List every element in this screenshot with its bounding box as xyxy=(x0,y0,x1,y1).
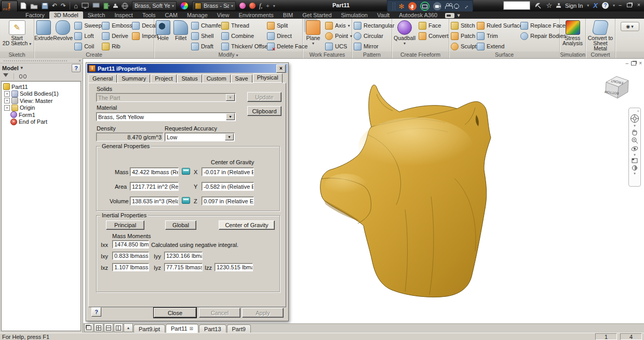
chevron-down-icon[interactable]: ▾ xyxy=(634,124,636,127)
derive-button[interactable]: Derive xyxy=(100,31,130,41)
browser-title[interactable]: Model xyxy=(2,65,19,71)
exit-icon[interactable] xyxy=(103,3,110,9)
sculpt-button[interactable]: Sculpt xyxy=(449,41,475,51)
sign-in-dropdown-icon[interactable]: ▾ xyxy=(587,3,589,8)
help-icon[interactable]: ? xyxy=(602,2,609,9)
stitch-button[interactable]: Stitch xyxy=(449,20,475,31)
tab-cam[interactable]: CAM xyxy=(160,11,182,19)
participants-icon[interactable] xyxy=(445,3,451,9)
trim-button[interactable]: Trim xyxy=(475,31,519,41)
satellite-dish-icon[interactable] xyxy=(534,2,542,9)
tab-project[interactable]: Project xyxy=(151,74,177,83)
new-file-icon[interactable] xyxy=(20,2,26,9)
view-cube[interactable]: FRONT BOTTOM xyxy=(602,72,632,102)
tab-3d-model[interactable]: 3D Model xyxy=(49,11,83,19)
decal-button[interactable]: Decal xyxy=(130,20,156,31)
tab-general[interactable]: General xyxy=(88,74,117,83)
user-icon[interactable] xyxy=(113,4,118,8)
draft-button[interactable]: Draft xyxy=(190,41,220,51)
combine-button[interactable]: Combine xyxy=(220,31,265,41)
tab-vault[interactable]: Vault xyxy=(372,11,394,19)
doc-close-icon[interactable]: × xyxy=(639,60,642,66)
overlay-grip[interactable] xyxy=(393,3,395,10)
patch-button[interactable]: Patch xyxy=(449,31,475,41)
area-field[interactable]: 1217.721 in^2 (Relati xyxy=(130,182,179,191)
chevron-down-icon[interactable]: ▾ xyxy=(21,66,23,70)
tab-simulation[interactable]: Simulation xyxy=(337,11,372,19)
redo-icon[interactable]: ↷ xyxy=(61,2,66,9)
close-dialog-button[interactable]: Close xyxy=(154,308,196,318)
doc-tab-part9[interactable]: Part9 xyxy=(227,324,251,333)
dialog-help-button[interactable]: ? xyxy=(91,307,101,317)
thread-button[interactable]: Thread xyxy=(220,20,265,31)
search-input[interactable] xyxy=(503,1,530,10)
material-combo[interactable]: Brass, Soft Yelk ▾ xyxy=(132,1,177,10)
plane-button[interactable]: Plane ▾ xyxy=(303,20,324,46)
cog-y-field[interactable]: -0.582 in (Relative Err xyxy=(202,182,254,191)
extend-button[interactable]: Extend xyxy=(475,41,519,51)
accuracy-combo[interactable]: Low ▾ xyxy=(165,133,235,141)
iyy-field[interactable]: 1230.166 lbma xyxy=(164,252,203,260)
tab-physical[interactable]: Physical xyxy=(253,73,283,83)
group-label-pattern[interactable]: Pattern xyxy=(352,51,392,58)
thicken-offset-button[interactable]: Thicken/ Offset xyxy=(220,41,265,51)
clipboard-button[interactable]: Clipboard xyxy=(247,106,281,116)
expand-icon[interactable]: ↔ xyxy=(461,2,469,10)
replace-face-button[interactable]: Replace Face xyxy=(519,20,558,31)
look-at-face-icon[interactable] xyxy=(631,158,638,164)
volume-field[interactable]: 138.635 in^3 (Relativ xyxy=(130,197,179,205)
sweep-button[interactable]: Sweep xyxy=(73,20,100,31)
sign-in-link[interactable]: Sign In xyxy=(565,3,583,9)
tab-status[interactable]: Status xyxy=(177,74,202,83)
tab-summary[interactable]: Summary xyxy=(117,74,150,83)
doc-tab-part13[interactable]: Part13 xyxy=(199,324,226,333)
coil-button[interactable]: Coil xyxy=(73,41,100,51)
parameters-fx-icon[interactable]: f, xyxy=(259,2,262,10)
open-file-icon[interactable] xyxy=(30,3,38,9)
ixy-field[interactable]: 0.833 lbmass i xyxy=(112,252,149,260)
iyz-field[interactable]: 77.715 lbmass xyxy=(164,263,203,271)
minimize-button[interactable]: – xyxy=(616,2,624,8)
freeform-convert-button[interactable]: Convert xyxy=(417,31,447,41)
ixz-field[interactable]: 1.107 lbmass i xyxy=(112,263,149,271)
screen-icon[interactable] xyxy=(82,3,89,9)
browser-help-button[interactable]: ? xyxy=(72,64,81,72)
color-wheel-icon[interactable] xyxy=(180,2,189,10)
tile-vertical-button[interactable] xyxy=(114,323,123,332)
mirror-button[interactable]: Mirror xyxy=(352,41,392,51)
shell-button[interactable]: Shell xyxy=(190,31,220,41)
delete-face-button[interactable]: Delete Face xyxy=(265,41,302,51)
save-icon[interactable] xyxy=(42,3,48,9)
rectangular-pattern-button[interactable]: Rectangular xyxy=(352,20,392,31)
cog-x-field[interactable]: -0.017 in (Relative Err xyxy=(202,167,254,176)
close-button[interactable]: × xyxy=(635,2,643,8)
exchange-apps-icon[interactable]: X xyxy=(593,2,598,9)
restore-button[interactable] xyxy=(625,2,634,8)
microphone-muted-icon[interactable] xyxy=(408,2,417,10)
izz-field[interactable]: 1230.515 lbma xyxy=(214,263,253,271)
fillet-button[interactable]: Fillet xyxy=(172,20,190,41)
chevron-down-icon[interactable]: ▾ xyxy=(634,172,636,175)
group-label-work-features[interactable]: Work Features xyxy=(303,51,352,58)
stress-analysis-button[interactable]: StressAnalysis xyxy=(560,20,585,46)
application-menu-button[interactable]: I PRO xyxy=(1,1,18,12)
appearance-combo[interactable]: Brass - Satin ▾ xyxy=(192,1,236,10)
tab-view[interactable]: View xyxy=(212,11,234,19)
orbit-icon[interactable] xyxy=(631,145,638,152)
chevron-down-icon[interactable]: ▾ xyxy=(225,134,234,140)
mass-field[interactable]: 42.422 lbmass (Relati xyxy=(130,167,179,176)
start-2d-sketch-button[interactable]: ✎ Start2D Sketch ▾ xyxy=(0,20,34,47)
tile-horizontal-button[interactable] xyxy=(104,323,113,332)
chat-icon[interactable] xyxy=(454,4,459,9)
tab-tools[interactable]: Tools xyxy=(138,11,160,19)
dialog-close-button[interactable]: × xyxy=(276,64,286,73)
tab-autodesk-a360[interactable]: Autodesk A360 xyxy=(394,11,442,19)
material-combo[interactable]: Brass, Soft Yellow ▾ xyxy=(96,112,236,121)
center-of-gravity-button[interactable]: Center of Gravity xyxy=(219,220,275,230)
tab-bim[interactable]: BIM xyxy=(278,11,298,19)
tree-item-form1[interactable]: Form1 xyxy=(3,111,81,119)
appearance-ball-icon[interactable] xyxy=(249,3,256,9)
globe-icon[interactable] xyxy=(122,3,128,9)
screen-share-icon[interactable] xyxy=(420,2,430,11)
group-label-create[interactable]: Create xyxy=(34,51,154,58)
